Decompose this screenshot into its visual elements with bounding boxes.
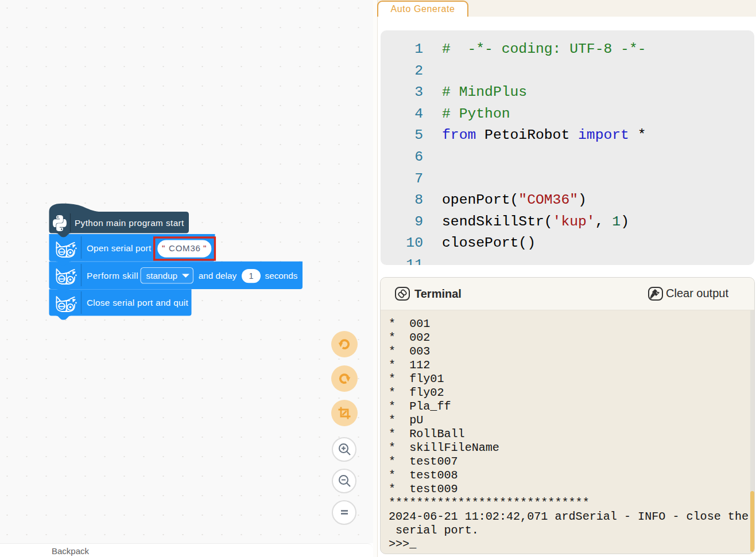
svg-text:Python main program start: Python main program start (75, 218, 184, 228)
svg-text:and delay: and delay (199, 271, 237, 281)
svg-text:COM36: COM36 (169, 243, 201, 253)
svg-text:seconds: seconds (265, 271, 298, 281)
svg-text:Close serial port and quit: Close serial port and quit (87, 298, 188, 307)
svg-text:": " (162, 243, 165, 253)
svg-text:": " (203, 243, 206, 253)
svg-text:1: 1 (249, 271, 254, 281)
svg-text:Open serial port: Open serial port (87, 243, 152, 253)
svg-text:Perform skill: Perform skill (87, 271, 138, 281)
svg-text:standup: standup (146, 271, 177, 281)
